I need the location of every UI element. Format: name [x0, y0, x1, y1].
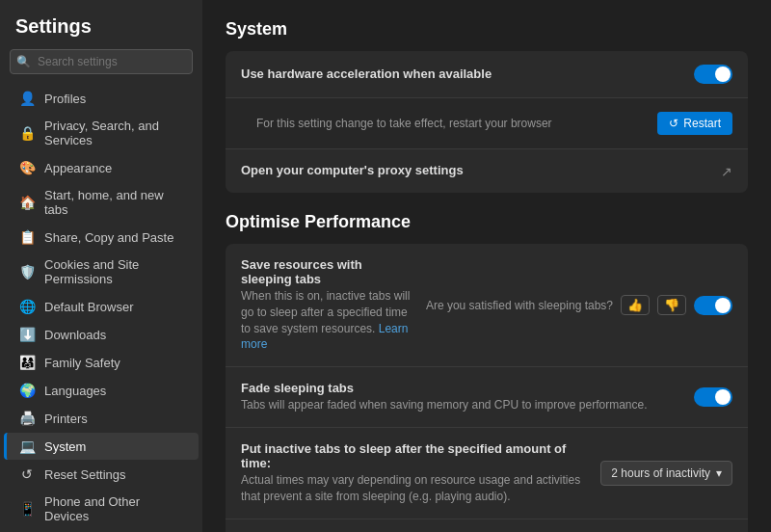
sleeping-tabs-title: Save resources with sleeping tabs	[241, 257, 411, 286]
search-icon: 🔍	[16, 55, 31, 68]
sidebar-item-label-appearance: Appearance	[44, 161, 112, 175]
system-card: Use hardware acceleration when available…	[226, 51, 748, 193]
system-section-title: System	[226, 19, 748, 40]
hardware-accel-toggle[interactable]	[694, 65, 732, 84]
sidebar-item-label-default-browser: Default Browser	[44, 300, 133, 314]
reset-icon: ↺	[19, 466, 35, 482]
sidebar-item-label-downloads: Downloads	[44, 328, 106, 342]
restart-icon: ↺	[669, 117, 678, 130]
sidebar-item-languages[interactable]: 🌍Languages	[4, 377, 199, 404]
sidebar-item-label-profiles: Profiles	[44, 92, 86, 106]
sleeping-tabs-row: Save resources with sleeping tabs When t…	[226, 244, 748, 367]
fade-sleeping-row: Fade sleeping tabs Tabs will appear fade…	[226, 367, 748, 428]
profiles-icon: 👤	[19, 91, 35, 106]
sidebar-item-privacy[interactable]: 🔒Privacy, Search, and Services	[4, 113, 199, 153]
chevron-down-icon: ▾	[716, 466, 722, 480]
fade-sleeping-title: Fade sleeping tabs	[241, 381, 678, 395]
hardware-accel-row: Use hardware acceleration when available	[226, 51, 748, 98]
inactive-sleep-title: Put inactive tabs to sleep after the spe…	[241, 441, 585, 470]
sidebar-item-default-browser[interactable]: 🌐Default Browser	[4, 293, 199, 320]
sleeping-tabs-toggle[interactable]	[694, 296, 732, 315]
share-copy-icon: 📋	[19, 229, 35, 245]
sidebar: Settings 🔍 👤Profiles🔒Privacy, Search, an…	[0, 0, 202, 532]
sidebar-item-start-home[interactable]: 🏠Start, home, and new tabs	[4, 182, 199, 223]
sidebar-item-label-family-safety: Family Safety	[44, 356, 120, 370]
restart-button[interactable]: ↺ Restart	[657, 112, 732, 135]
inactive-sleep-desc: Actual times may vary depending on resou…	[241, 472, 585, 505]
restart-desc: For this setting change to take effect, …	[256, 116, 642, 132]
sidebar-item-label-cookies: Cookies and Site Permissions	[44, 257, 183, 286]
phone-icon: 📱	[19, 501, 35, 517]
sidebar-item-label-languages: Languages	[44, 384, 106, 398]
family-safety-icon: 👨‍👩‍👧	[19, 355, 35, 370]
fade-sleeping-toggle[interactable]	[694, 387, 732, 407]
inactivity-label: 2 hours of inactivity	[611, 466, 710, 480]
sidebar-item-printers[interactable]: 🖨️Printers	[4, 405, 199, 432]
sidebar-item-family-safety[interactable]: 👨‍👩‍👧Family Safety	[4, 349, 199, 376]
sidebar-item-reset[interactable]: ↺Reset Settings	[4, 461, 199, 488]
performance-section-title: Optimise Performance	[226, 212, 748, 232]
sidebar-item-label-privacy: Privacy, Search, and Services	[44, 119, 183, 147]
languages-icon: 🌍	[19, 383, 35, 398]
thumbs-up-button[interactable]: 👍	[621, 295, 650, 315]
system-icon: 💻	[19, 439, 35, 454]
inactive-sleep-row: Put inactive tabs to sleep after the spe…	[226, 428, 748, 519]
restart-label: Restart	[683, 117, 721, 130]
start-home-icon: 🏠	[19, 195, 35, 210]
cookies-icon: 🛡️	[19, 264, 35, 279]
proxy-label: Open your computer's proxy settings	[241, 163, 705, 177]
sidebar-title: Settings	[0, 15, 202, 49]
sidebar-item-label-system: System	[44, 439, 86, 454]
proxy-row: Open your computer's proxy settings ↗	[226, 149, 748, 193]
sidebar-item-system[interactable]: 💻System	[4, 433, 199, 460]
never-sleep-row: Never put these sites to sleep This also…	[226, 519, 748, 532]
rating-section: Are you satisfied with sleeping tabs? 👍 …	[426, 295, 686, 315]
sidebar-item-label-phone: Phone and Other Devices	[44, 494, 183, 523]
privacy-icon: 🔒	[19, 125, 35, 141]
hardware-accel-label: Use hardware acceleration when available	[241, 66, 678, 81]
search-input[interactable]	[10, 49, 193, 74]
sidebar-item-label-reset: Reset Settings	[44, 467, 126, 482]
search-box: 🔍	[10, 49, 193, 74]
downloads-icon: ⬇️	[19, 327, 35, 342]
sidebar-item-appearance[interactable]: 🎨Appearance	[4, 154, 199, 181]
fade-sleeping-desc: Tabs will appear faded when saving memor…	[241, 397, 678, 413]
external-link-icon[interactable]: ↗	[721, 164, 732, 179]
main-content: System Use hardware acceleration when av…	[202, 0, 771, 532]
default-browser-icon: 🌐	[19, 299, 35, 314]
thumbs-down-button[interactable]: 👎	[657, 295, 686, 315]
nav-list: 👤Profiles🔒Privacy, Search, and Services🎨…	[0, 84, 202, 532]
sidebar-item-cookies[interactable]: 🛡️Cookies and Site Permissions	[4, 252, 199, 292]
appearance-icon: 🎨	[19, 160, 35, 175]
rating-label: Are you satisfied with sleeping tabs?	[426, 299, 613, 312]
sleeping-tabs-desc: When this is on, inactive tabs will go t…	[241, 288, 411, 353]
sidebar-item-share-copy[interactable]: 📋Share, Copy and Paste	[4, 224, 199, 251]
sidebar-item-downloads[interactable]: ⬇️Downloads	[4, 321, 199, 348]
performance-card: Save resources with sleeping tabs When t…	[226, 244, 748, 532]
sidebar-item-label-start-home: Start, home, and new tabs	[44, 188, 183, 217]
restart-row: For this setting change to take effect, …	[226, 98, 748, 149]
printers-icon: 🖨️	[19, 411, 35, 426]
sidebar-item-phone[interactable]: 📱Phone and Other Devices	[4, 489, 199, 529]
inactivity-dropdown[interactable]: 2 hours of inactivity ▾	[600, 461, 732, 486]
sidebar-item-profiles[interactable]: 👤Profiles	[4, 85, 199, 112]
sidebar-item-label-printers: Printers	[44, 412, 88, 426]
sidebar-item-label-share-copy: Share, Copy and Paste	[44, 230, 173, 245]
